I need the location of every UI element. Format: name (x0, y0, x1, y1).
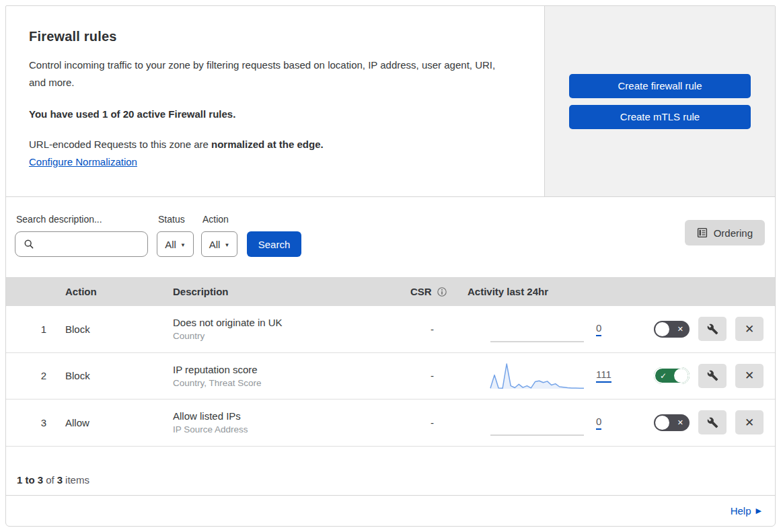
rule-description: Does not originate in UK (173, 317, 410, 328)
wrench-icon (707, 370, 718, 381)
action-filter-group: Action All ▼ (201, 214, 237, 257)
toggle-knob (655, 322, 669, 336)
activity-sparkline (489, 361, 585, 391)
csr-column-header: CSR (410, 286, 468, 297)
wrench-icon (707, 324, 718, 335)
status-filter-group: Status All ▼ (157, 214, 194, 257)
help-bar: Help ▶ (6, 496, 775, 527)
rule-csr-value: - (410, 370, 468, 381)
check-icon: ✓ (660, 371, 667, 381)
rule-index: 3 (6, 417, 65, 428)
ordering-button[interactable]: Ordering (685, 220, 765, 245)
configure-normalization-link[interactable]: Configure Normalization (29, 156, 137, 167)
arrow-right-icon: ▶ (756, 506, 761, 515)
rule-action: Block (65, 324, 173, 335)
items-total: 3 (57, 474, 63, 486)
table-row: 3 Allow Allow listed IPs IP Source Addre… (6, 400, 775, 447)
rule-csr-value: - (410, 417, 468, 428)
x-icon: ✕ (677, 418, 683, 427)
activity-sparkline-flat (489, 314, 585, 344)
normalization-bold: normalized at the edge. (211, 139, 324, 150)
x-icon: ✕ (745, 322, 754, 336)
x-icon: ✕ (677, 325, 683, 334)
header-content: Firewall rules Control incoming traffic … (6, 6, 544, 196)
activity-count-link[interactable]: 0 (596, 322, 601, 336)
list-document-icon (697, 227, 708, 238)
toggle-knob (674, 369, 688, 383)
rule-fields: Country, Threat Score (173, 378, 410, 388)
rule-description: Allow listed IPs (173, 410, 410, 422)
activity-column-header: Activity last 24hr (468, 286, 635, 297)
rule-fields: Country (173, 331, 410, 341)
firewall-rules-card: Firewall rules Control incoming traffic … (5, 5, 776, 527)
chevron-down-icon: ▼ (180, 242, 186, 248)
x-icon: ✕ (745, 416, 754, 430)
items-text: items (65, 474, 89, 486)
create-mtls-rule-button[interactable]: Create mTLS rule (569, 105, 751, 129)
info-icon[interactable] (437, 287, 447, 297)
chevron-down-icon: ▼ (224, 242, 229, 248)
edit-rule-button[interactable] (698, 317, 727, 341)
activity-sparkline-flat (489, 408, 585, 437)
rule-enable-toggle[interactable]: ✓ ✕ (654, 321, 690, 338)
usage-note: You have used 1 of 20 active Firewall ru… (29, 108, 521, 120)
wrench-icon (707, 417, 718, 428)
action-selected-value: All (209, 239, 221, 250)
rule-index: 2 (6, 370, 65, 381)
edit-rule-button[interactable] (698, 364, 727, 388)
toggle-knob (655, 416, 669, 430)
items-range: 1 to 3 (17, 474, 43, 486)
table-row: 2 Block IP reputation score Country, Thr… (6, 353, 775, 400)
help-link[interactable]: Help ▶ (731, 505, 761, 517)
activity-count-link[interactable]: 111 (596, 369, 611, 383)
table-header: Action Description CSR Activity last 24h… (6, 277, 775, 306)
search-icon (24, 239, 34, 250)
action-select[interactable]: All ▼ (201, 231, 237, 257)
delete-rule-button[interactable]: ✕ (735, 364, 764, 388)
activity-count-link[interactable]: 0 (596, 416, 601, 430)
normalization-text: URL-encoded Requests to this zone are (29, 139, 211, 150)
search-input[interactable] (40, 239, 141, 250)
delete-rule-button[interactable]: ✕ (735, 317, 764, 341)
search-button-group: Search (247, 214, 301, 257)
rule-enable-toggle[interactable]: ✓ ✕ (654, 367, 690, 384)
page-title: Firewall rules (29, 29, 521, 44)
rule-action: Allow (65, 417, 173, 428)
create-firewall-rule-button[interactable]: Create firewall rule (569, 74, 751, 98)
search-button[interactable]: Search (247, 231, 301, 257)
rule-csr-value: - (410, 324, 468, 335)
search-group: Search description... (15, 214, 148, 257)
status-label: Status (157, 214, 194, 225)
header-section: Firewall rules Control incoming traffic … (6, 6, 775, 197)
search-label: Search description... (15, 214, 148, 225)
search-input-wrapper (15, 231, 148, 257)
description-column-header: Description (173, 286, 410, 297)
ordering-label: Ordering (714, 227, 753, 239)
status-select[interactable]: All ▼ (157, 231, 194, 257)
x-icon: ✕ (745, 369, 754, 383)
of-text: of (46, 474, 54, 486)
rule-index: 1 (6, 324, 65, 335)
table-row: 1 Block Does not originate in UK Country… (6, 306, 775, 353)
delete-rule-button[interactable]: ✕ (735, 410, 764, 434)
pagination-summary: 1 to 3 of 3 items (6, 447, 775, 496)
firewall-rules-page: Firewall rules Control incoming traffic … (0, 0, 781, 532)
edit-rule-button[interactable] (698, 410, 727, 434)
normalization-note: URL-encoded Requests to this zone are no… (29, 139, 521, 150)
rule-description: IP reputation score (173, 364, 410, 375)
rule-enable-toggle[interactable]: ✓ ✕ (654, 414, 690, 431)
rule-action: Block (65, 370, 173, 381)
rule-fields: IP Source Address (173, 424, 410, 434)
page-description: Control incoming traffic to your zone by… (29, 56, 500, 92)
filter-bar: Search description... Status All ▼ (6, 197, 775, 277)
help-label: Help (731, 505, 751, 517)
action-label: Action (201, 214, 237, 225)
cta-panel: Create firewall rule Create mTLS rule (544, 6, 775, 196)
status-selected-value: All (165, 239, 176, 250)
action-column-header: Action (65, 286, 173, 297)
